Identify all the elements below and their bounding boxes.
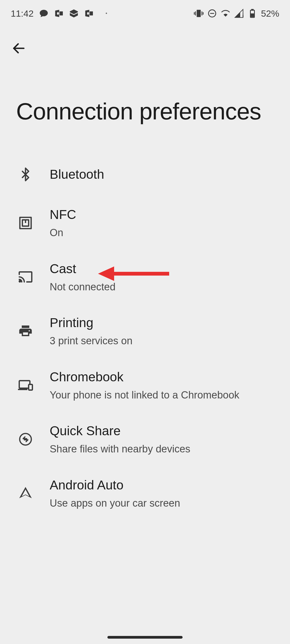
item-text: Bluetooth <box>50 166 274 182</box>
item-subtitle: Not connected <box>50 281 274 294</box>
item-title: NFC <box>50 207 274 223</box>
item-text: Printing 3 print services on <box>50 315 274 347</box>
outlook-icon <box>54 9 64 18</box>
status-bar-left: 11:42 • <box>11 8 107 19</box>
page-title: Connection preferences <box>0 59 290 153</box>
item-text: Cast Not connected <box>50 261 274 294</box>
box-icon <box>69 9 79 18</box>
setting-item-nfc[interactable]: NFC On <box>0 196 290 250</box>
svg-rect-12 <box>29 385 32 390</box>
cellular-signal-icon <box>234 9 244 18</box>
arrow-left-icon <box>11 41 26 56</box>
item-subtitle: Use apps on your car screen <box>50 497 274 510</box>
item-title: Bluetooth <box>50 166 274 182</box>
item-subtitle: 3 print services on <box>50 335 274 347</box>
battery-percentage: 52% <box>261 8 279 19</box>
svg-rect-3 <box>252 9 253 10</box>
vibrate-icon <box>194 9 204 18</box>
item-subtitle: Share files with nearby devices <box>50 443 274 456</box>
quick-share-icon <box>16 430 35 449</box>
android-auto-icon <box>16 484 35 503</box>
wifi-icon <box>221 9 230 18</box>
setting-item-cast[interactable]: Cast Not connected <box>0 250 290 304</box>
chat-bubble-icon <box>39 9 49 18</box>
item-text: Android Auto Use apps on your car screen <box>50 477 274 510</box>
item-title: Chromebook <box>50 369 274 385</box>
item-text: Chromebook Your phone is not linked to a… <box>50 369 274 402</box>
battery-icon <box>248 9 257 18</box>
item-subtitle: Your phone is not linked to a Chromebook <box>50 389 274 402</box>
bluetooth-icon <box>16 165 35 184</box>
setting-item-printing[interactable]: Printing 3 print services on <box>0 304 290 358</box>
item-text: Quick Share Share files with nearby devi… <box>50 423 274 456</box>
item-title: Printing <box>50 315 274 331</box>
item-title: Quick Share <box>50 423 274 439</box>
status-bar-right: 52% <box>194 8 279 19</box>
more-notifications-dot: • <box>106 11 107 16</box>
svg-rect-4 <box>251 13 254 17</box>
print-icon <box>16 322 35 341</box>
item-title: Android Auto <box>50 477 274 493</box>
header <box>0 27 290 59</box>
back-button[interactable] <box>8 38 30 59</box>
cast-icon <box>16 268 35 286</box>
svg-point-9 <box>29 330 30 331</box>
setting-item-quick-share[interactable]: Quick Share Share files with nearby devi… <box>0 412 290 466</box>
item-text: NFC On <box>50 207 274 239</box>
setting-item-bluetooth[interactable]: Bluetooth <box>0 153 290 196</box>
nfc-icon <box>16 214 35 232</box>
setting-item-chromebook[interactable]: Chromebook Your phone is not linked to a… <box>0 358 290 412</box>
svg-point-8 <box>19 281 21 282</box>
chromebook-icon <box>16 376 35 394</box>
status-bar: 11:42 • 52% <box>0 0 290 27</box>
setting-item-android-auto[interactable]: Android Auto Use apps on your car screen <box>0 466 290 521</box>
outlook-calendar-icon <box>84 9 94 18</box>
gesture-nav-bar[interactable] <box>107 636 183 639</box>
dnd-icon <box>207 9 217 18</box>
status-time: 11:42 <box>11 8 34 19</box>
item-title: Cast <box>50 261 274 277</box>
item-subtitle: On <box>50 226 274 239</box>
